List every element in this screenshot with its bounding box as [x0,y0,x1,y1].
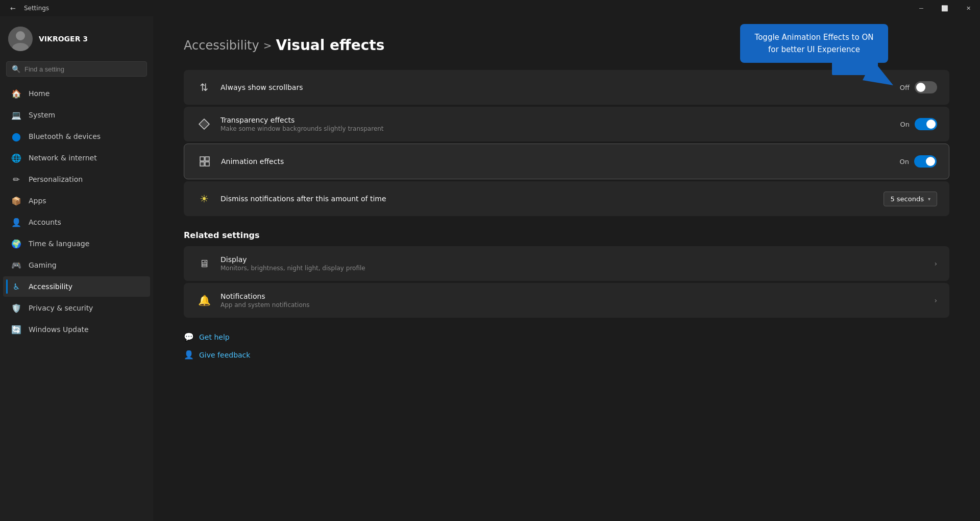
svg-rect-8 [205,162,209,166]
nav-label-windows-update: Windows Update [29,325,89,334]
annotation-text: Toggle Animation Effects to ON for bette… [755,33,874,54]
scrollbars-icon: ⇅ [196,79,212,96]
scrollbars-control: Off [900,81,937,93]
search-box[interactable]: 🔍 [6,61,147,77]
transparency-toggle-thumb [926,120,936,129]
give-feedback-label: Give feedback [199,351,250,359]
transparency-toggle-label: On [900,121,910,128]
nav-label-privacy: Privacy & security [29,304,93,312]
display-chevron-icon: › [934,259,937,268]
nav-item-personalization[interactable]: ✏️ Personalization [3,169,150,190]
nav-item-time[interactable]: 🌍 Time & language [3,233,150,254]
minimize-button[interactable]: ─ [910,0,933,16]
titlebar-title: Settings [24,5,49,12]
nav-label-home: Home [29,89,50,98]
footer-links: 💬 Get help 👤 Give feedback [184,330,949,362]
notifications-dismiss-title: Dismiss notifications after this amount … [220,195,875,203]
display-related-content: Display Monitors, brightness, night ligh… [220,255,926,272]
display-related-icon: 🖥 [196,255,212,272]
nav-label-accounts: Accounts [29,218,61,226]
get-help-label: Get help [199,333,230,341]
notifications-related-icon: 🔔 [196,292,212,309]
notifications-related-title: Notifications [220,292,926,300]
animation-card: Animation effects On [184,144,949,179]
close-button[interactable]: ✕ [957,0,980,16]
system-icon: 💻 [11,110,21,120]
animation-content: Animation effects [221,157,892,165]
svg-rect-6 [205,157,209,161]
gaming-icon: 🎮 [11,260,21,270]
nav-label-accessibility: Accessibility [29,282,72,291]
user-section[interactable]: VIKROGER 3 [0,20,153,61]
display-related-subtitle: Monitors, brightness, night light, displ… [220,265,926,272]
nav-item-accounts[interactable]: 👤 Accounts [3,212,150,232]
search-input[interactable] [24,65,141,73]
avatar-image [8,27,33,51]
svg-rect-7 [200,162,204,166]
transparency-content: Transparency effects Make some window ba… [220,116,892,132]
nav-label-network: Network & internet [29,154,97,162]
nav-item-apps[interactable]: 📦 Apps [3,191,150,211]
accessibility-icon: ♿ [11,281,21,292]
sidebar: VIKROGER 3 🔍 🏠 Home 💻 System ⬤ Bluetooth… [0,16,153,521]
nav-item-system[interactable]: 💻 System [3,105,150,125]
personalization-icon: ✏️ [11,174,21,184]
annotation-bubble: Toggle Animation Effects to ON for bette… [740,24,888,63]
nav-item-privacy[interactable]: 🛡️ Privacy & security [3,298,150,318]
app-body: VIKROGER 3 🔍 🏠 Home 💻 System ⬤ Bluetooth… [0,16,980,521]
window-controls: ─ ⬜ ✕ [910,0,980,16]
privacy-icon: 🛡️ [11,303,21,313]
breadcrumb-parent[interactable]: Accessibility [184,38,259,53]
notifications-chevron-icon: › [934,296,937,304]
main-content: Accessibility > Visual effects Toggle An… [153,16,980,521]
scrollbars-toggle-label: Off [900,84,910,91]
give-feedback-icon: 👤 [184,350,194,360]
nav-item-bluetooth[interactable]: ⬤ Bluetooth & devices [3,126,150,147]
animation-title: Animation effects [221,157,892,165]
titlebar: ← Settings ─ ⬜ ✕ [0,0,980,16]
breadcrumb-separator: > [263,39,272,52]
nav-item-accessibility[interactable]: ♿ Accessibility [3,276,150,297]
user-name: VIKROGER 3 [39,35,88,43]
notifications-related-subtitle: App and system notifications [220,301,926,309]
notifications-dismiss-card: ☀ Dismiss notifications after this amoun… [184,181,949,216]
nav-label-time: Time & language [29,240,89,248]
time-icon: 🌍 [11,239,21,249]
nav-label-gaming: Gaming [29,261,57,269]
scrollbars-toggle[interactable] [915,81,937,93]
notifications-related-content: Notifications App and system notificatio… [220,292,926,309]
restore-button[interactable]: ⬜ [933,0,957,16]
related-settings-title: Related settings [184,230,949,240]
get-help-icon: 💬 [184,332,194,342]
nav-label-apps: Apps [29,197,46,205]
transparency-title: Transparency effects [220,116,892,124]
animation-control: On [900,155,937,168]
dropdown-arrow-icon: ▾ [928,196,930,202]
notifications-time-dropdown[interactable]: 5 seconds ▾ [884,192,937,206]
bluetooth-icon: ⬤ [11,131,21,141]
accounts-icon: 👤 [11,217,21,227]
animation-toggle-label: On [900,158,909,165]
nav-label-bluetooth: Bluetooth & devices [29,132,101,140]
scrollbars-toggle-thumb [916,83,925,92]
nav-item-gaming[interactable]: 🎮 Gaming [3,255,150,275]
home-icon: 🏠 [11,88,21,99]
notifications-dismiss-content: Dismiss notifications after this amount … [220,195,875,203]
transparency-subtitle: Make some window backgrounds slightly tr… [220,125,892,132]
notifications-related-card[interactable]: 🔔 Notifications App and system notificat… [184,283,949,318]
back-button[interactable]: ← [6,3,20,14]
display-related-title: Display [220,255,926,264]
back-icon: ← [10,5,16,12]
transparency-toggle[interactable] [915,118,937,130]
animation-toggle[interactable] [914,155,937,168]
nav-item-windows-update[interactable]: 🔄 Windows Update [3,319,150,340]
get-help-link[interactable]: 💬 Get help [184,330,949,344]
transparency-control: On [900,118,937,130]
display-related-card[interactable]: 🖥 Display Monitors, brightness, night li… [184,246,949,281]
nav-item-network[interactable]: 🌐 Network & internet [3,148,150,168]
give-feedback-link[interactable]: 👤 Give feedback [184,348,949,362]
animation-toggle-thumb [926,157,935,166]
notifications-dismiss-icon: ☀ [196,191,212,207]
nav-item-home[interactable]: 🏠 Home [3,83,150,104]
animation-icon [197,153,213,170]
